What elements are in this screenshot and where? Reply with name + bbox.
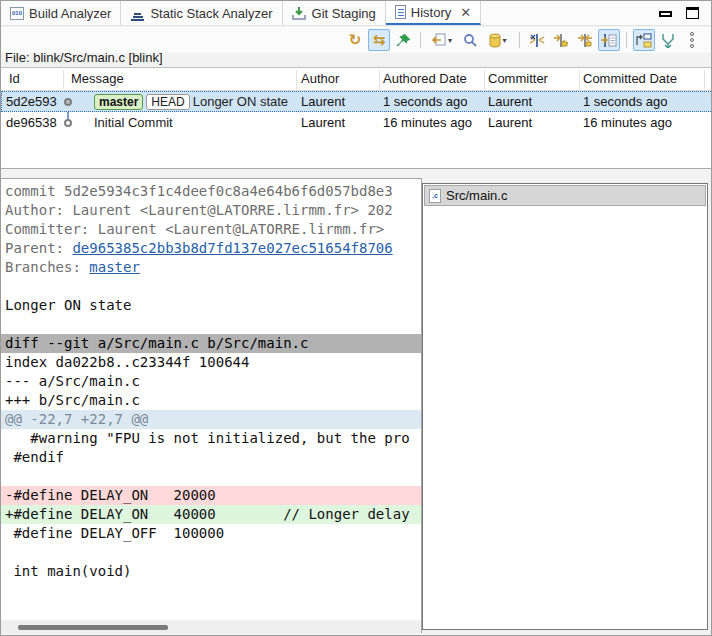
minimize-icon[interactable] [659,11,672,17]
commit-table-header: Id Message Author Authored Date Committe… [1,68,712,91]
column-header-authored-date[interactable]: Authored Date [383,71,467,86]
pin-view-button[interactable] [392,29,414,51]
commit-viewer-line: +++ b/Src/main.c [1,391,421,410]
commit-authored-date: 16 minutes ago [383,115,472,130]
tab-label: Git Staging [312,6,376,21]
column-header-id[interactable]: Id [9,71,20,86]
history-icon [395,5,406,19]
horizontal-scrollbar[interactable] [1,620,421,633]
head-badge: HEAD [146,94,189,110]
column-divider[interactable] [579,70,580,89]
changed-files-pane: .c Src/main.c [422,183,708,630]
commit-detail-pane[interactable]: commit 5d2e5934c3f1c4deef0c8a4e64b6f6d05… [1,178,422,633]
column-header-committed-date[interactable]: Committed Date [583,71,677,86]
commit-message: Longer ON state [193,94,288,109]
split-layout-button[interactable] [633,29,655,51]
push-pull-icon [660,33,676,48]
commit-viewer-line: #endif [1,448,421,467]
compare-with-icon [432,33,447,47]
maximize-icon[interactable] [686,7,699,19]
commit-author: Laurent [301,94,345,109]
commit-row-selected[interactable]: 5d2e593 master HEAD Longer ON state Laur… [1,91,712,112]
tab-history[interactable]: History ✕ [386,1,481,25]
refresh-button[interactable]: ↻ [344,29,366,51]
commit-message-cell: Initial Commit [94,112,173,133]
commit-viewer-line: +#define DELAY_ON 40000 // Longer delay [1,505,421,524]
all-branches-icon [577,33,593,48]
first-parent-only-button[interactable] [526,29,548,51]
commit-viewer-line [1,467,421,486]
refresh-icon: ↻ [349,31,362,49]
commit-authored-date: 1 seconds ago [383,94,468,109]
history-file-label: File: blink/Src/main.c [blink] [5,50,163,65]
commit-graph-node [64,98,72,106]
push-pull-button[interactable] [657,29,679,51]
commit-viewer-line: Parent: de965385c2bb3b8d7fd137e027ec5165… [1,239,421,258]
toolbar-separator [519,32,520,48]
commit-committer: Laurent [488,115,532,130]
commit-table: Id Message Author Authored Date Committe… [1,67,712,169]
commit-committer: Laurent [488,94,532,109]
split-layout-icon [636,33,652,48]
commit-row[interactable]: de96538 Initial Commit Laurent 16 minute… [1,112,712,133]
follow-renames-button[interactable] [598,29,620,51]
column-header-committer[interactable]: Committer [488,71,548,86]
column-divider[interactable] [704,70,705,89]
commit-viewer-line: #define DELAY_OFF 100000 [1,524,421,543]
all-branches-button[interactable] [574,29,596,51]
pin-icon [396,33,411,48]
commit-graph-node [64,119,72,127]
view-window-buttons [659,1,711,25]
compare-with-button[interactable]: ▾ [427,29,457,51]
build-analyzer-icon: 010 [10,7,24,20]
first-parent-only-icon [529,33,545,48]
commit-message-cell: master HEAD Longer ON state [94,91,288,112]
commit-viewer-line [1,315,421,334]
follow-renames-icon [601,33,617,48]
changed-file-name: Src/main.c [446,188,507,203]
column-divider[interactable] [63,70,64,89]
c-file-icon: .c [429,189,441,203]
tab-label: Static Stack Analyzer [150,6,272,21]
commit-viewer-line: Branches: master [1,258,421,277]
commit-message: Initial Commit [94,115,173,130]
commit-viewer-line: Committer: Laurent <Laurent@LATORRE.lirm… [1,220,421,239]
column-header-author[interactable]: Author [301,71,339,86]
commit-id: de96538 [6,115,57,130]
column-header-message[interactable]: Message [71,71,124,86]
column-divider[interactable] [296,70,297,89]
commit-viewer-line: Longer ON state [1,296,421,315]
changed-file-item[interactable]: .c Src/main.c [424,185,706,206]
view-menu-button[interactable] [681,29,703,51]
link-with-editor-icon: ⇆ [373,31,386,49]
chevron-down-icon: ▾ [448,36,452,45]
commit-link[interactable]: master [89,259,140,275]
column-divider[interactable] [379,70,380,89]
toolbar-separator [626,32,627,48]
commit-link[interactable]: de965385c2bb3b8d7fd137e027ec51654f8706 [72,240,392,256]
tab-static-stack-analyzer[interactable]: Static Stack Analyzer [121,1,282,25]
link-with-editor-button[interactable]: ⇆ [368,29,390,51]
compare-mode-icon [553,33,569,48]
tab-build-analyzer[interactable]: 010 Build Analyzer [1,1,121,25]
commit-author: Laurent [301,115,345,130]
compare-mode-button[interactable] [550,29,572,51]
view-menu-icon [690,32,694,48]
git-staging-icon [292,6,307,21]
close-icon[interactable]: ✕ [460,6,471,19]
tab-git-staging[interactable]: Git Staging [283,1,386,25]
tab-label: Build Analyzer [29,6,111,21]
commit-viewer-line: Author: Laurent <Laurent@LATORRE.lirmm.f… [1,201,421,220]
commit-viewer-line: int main(void) [1,562,421,581]
commit-detail-text: commit 5d2e5934c3f1c4deef0c8a4e64b6f6d05… [1,179,421,581]
commit-viewer-line: @@ -22,7 +22,7 @@ [1,410,421,429]
history-view-window: 010 Build Analyzer Static Stack Analyzer… [0,0,712,636]
search-button[interactable] [459,29,481,51]
commit-committed-date: 16 minutes ago [583,115,672,130]
column-divider[interactable] [484,70,485,89]
search-icon [463,33,478,48]
view-tab-bar: 010 Build Analyzer Static Stack Analyzer… [1,1,711,26]
filter-button[interactable]: ▾ [483,29,513,51]
scrollbar-thumb[interactable] [18,625,168,630]
commit-id: 5d2e593 [6,94,57,109]
